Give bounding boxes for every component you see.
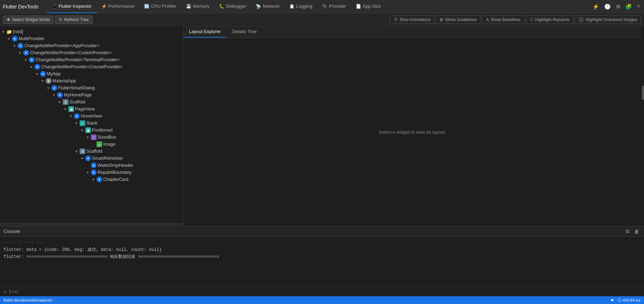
refresh-tree-button[interactable]: ↻ Refresh Tree: [55, 15, 92, 24]
nav-tab-flutter-inspector[interactable]: 📱Flutter Inspector: [47, 0, 97, 13]
status-right: ⓘ x64-64 ios: [611, 298, 640, 303]
expand-arrow[interactable]: ▼: [92, 178, 97, 182]
expand-arrow[interactable]: ▼: [1, 30, 6, 34]
history-icon-btn[interactable]: 🕐: [603, 2, 612, 11]
tree-indent: [1, 142, 92, 147]
top-bar-actions: ⚡ 🕐 ⚙ 🧩 ?: [591, 2, 641, 11]
tree-item[interactable]: ●WaterDropHeader: [0, 162, 183, 169]
tree-item[interactable]: ▼●FlutterSmartDialog: [0, 84, 183, 91]
guidelines-icon: ⊞: [440, 17, 443, 22]
tree-horizontal-scrollbar[interactable]: [0, 223, 183, 226]
tree-item[interactable]: ▼●MaterialApp: [0, 77, 183, 84]
nav-tab-memory[interactable]: 💾Memory: [181, 0, 215, 13]
toolbar: ✥ Select Widget Mode ↻ Refresh Tree ⏱ Sl…: [0, 13, 644, 26]
expand-arrow[interactable]: ▼: [75, 121, 80, 125]
tree-item[interactable]: ▼●MyHomePage: [0, 91, 183, 99]
tree-item[interactable]: ▼●MultiProvider: [0, 35, 183, 42]
tree-item[interactable]: ▼📁[root]: [0, 28, 183, 35]
tree-item[interactable]: ▼●ChangeNotifierProvider<TerminalProvide…: [0, 56, 183, 63]
status-link[interactable]: flutter.dev/devtools/inspector: [4, 298, 52, 302]
expand-arrow[interactable]: ▼: [80, 128, 85, 132]
tree-indent: [1, 100, 58, 104]
expand-arrow[interactable]: ▼: [41, 79, 46, 83]
tree-item[interactable]: ▼▦Positioned: [0, 127, 183, 134]
widget-label: ChangeNotifierProvider<AppProvider>: [24, 43, 99, 48]
widget-tree[interactable]: ▼📁[root] ▼●MultiProvider ▼●ChangeNotifie…: [0, 26, 183, 223]
expand-arrow[interactable]: ▼: [86, 171, 91, 175]
slow-animations-button[interactable]: ⏱ Slow Animations: [390, 15, 434, 24]
expand-arrow[interactable]: ▼: [75, 150, 80, 153]
empty-message: Select a widget to view its layout.: [379, 129, 446, 135]
expand-arrow[interactable]: ▼: [63, 107, 68, 111]
expand-arrow[interactable]: ▼: [58, 100, 63, 104]
tree-item[interactable]: ▼●ChangeNotifierProvider<AppProvider>: [0, 42, 183, 49]
nav-tab-debugger[interactable]: 🐛Debugger: [215, 0, 251, 13]
widget-icon: ●: [51, 85, 57, 91]
widget-label: Image: [103, 142, 116, 147]
console-eval-input[interactable]: [9, 289, 640, 294]
panel-tab-layout-explorer[interactable]: Layout Explorer: [183, 26, 227, 38]
performance-label: Performance: [108, 4, 134, 9]
right-scrollbar[interactable]: [641, 26, 644, 226]
lightning-icon-btn[interactable]: ⚡: [591, 2, 601, 11]
show-guidelines-button[interactable]: ⊞ Show Guidelines: [436, 15, 481, 24]
tree-item[interactable]: ▼●HomeView: [0, 113, 183, 120]
settings-icon-btn[interactable]: ⚙: [614, 2, 622, 11]
help-icon-btn[interactable]: ?: [636, 2, 641, 11]
expand-arrow[interactable]: ▼: [69, 114, 74, 118]
tree-item[interactable]: ▼☰Scaffold: [0, 148, 183, 155]
widget-icon: ●: [74, 113, 80, 119]
show-baselines-button[interactable]: A Show Baselines: [482, 15, 524, 24]
widget-icon: ●: [40, 71, 46, 77]
tree-indent: [1, 50, 18, 55]
expand-arrow[interactable]: ▼: [80, 157, 85, 160]
widget-icon: ●: [12, 36, 18, 42]
expand-arrow[interactable]: ▼: [35, 72, 40, 76]
tree-item[interactable]: ▼●ChapterCard: [0, 176, 183, 183]
widget-label: MyHomePage: [64, 93, 92, 97]
tree-item[interactable]: ▼●MyApp: [0, 70, 183, 77]
panel-tab-details-tree[interactable]: Details Tree: [227, 26, 262, 38]
widget-label: FlutterSmartDialog: [58, 86, 95, 90]
tree-indent: [1, 128, 80, 133]
widget-label: ChangeNotifierProvider<CodeAiProvider>: [30, 50, 112, 55]
tree-indent: [1, 135, 86, 140]
expand-arrow[interactable]: ▼: [86, 135, 91, 139]
highlight-repaints-button[interactable]: ⬡ Highlight Repaints: [526, 15, 573, 24]
console-line: flutter: data = {code: 200, msg: 成功, dat…: [4, 247, 640, 253]
clear-icon-btn[interactable]: 🗑: [633, 228, 640, 235]
tree-item[interactable]: ▼●SmartRefresher: [0, 155, 183, 162]
left-panel: ▼📁[root] ▼●MultiProvider ▼●ChangeNotifie…: [0, 26, 183, 226]
copy-icon-btn[interactable]: ⧉: [624, 228, 631, 235]
nav-tab-logging[interactable]: 📋Logging: [285, 0, 317, 13]
nav-tab-provider[interactable]: 🔌Provider: [317, 0, 351, 13]
widget-icon: ☰: [63, 99, 68, 105]
select-widget-mode-button[interactable]: ✥ Select Widget Mode: [3, 15, 54, 24]
expand-arrow[interactable]: ▼: [18, 51, 23, 55]
expand-arrow[interactable]: ▼: [47, 86, 51, 90]
expand-arrow[interactable]: ▼: [24, 58, 29, 62]
nav-tab-app-size[interactable]: 📄App Size: [351, 0, 386, 13]
oversized-icon: ⬛: [578, 17, 584, 22]
tree-item[interactable]: ▼●RepaintBoundary: [0, 169, 183, 176]
tree-item[interactable]: ▼▦PageView: [0, 106, 183, 113]
tree-item[interactable]: ▪Image: [0, 141, 183, 148]
nav-tab-performance[interactable]: ⚡Performance: [97, 0, 139, 13]
puzzle-icon-btn[interactable]: 🧩: [624, 2, 633, 11]
widget-label: ChangeNotifierProvider<TerminalProvider>: [36, 57, 119, 62]
expand-arrow[interactable]: ▼: [30, 65, 35, 69]
tree-item[interactable]: ▼□SizedBox: [0, 134, 183, 141]
expand-arrow[interactable]: ▼: [7, 37, 12, 41]
tree-item[interactable]: ▼●ChangeNotifierProvider<CourseProvider>: [0, 63, 183, 70]
tree-item[interactable]: ▼☰Scaffold: [0, 99, 183, 106]
status-info: ⓘ x64-64 ios: [618, 298, 640, 303]
tree-item[interactable]: ▼●ChangeNotifierProvider<CodeAiProvider>: [0, 49, 183, 56]
expand-arrow[interactable]: ▼: [52, 93, 57, 97]
nav-tab-cpu-profiler[interactable]: 🔄CPU Profiler: [140, 0, 181, 13]
tree-item[interactable]: ▼≡Stack: [0, 120, 183, 127]
expand-arrow[interactable]: ▼: [13, 44, 18, 48]
widget-icon: ●: [18, 43, 23, 49]
highlight-oversized-button[interactable]: ⬛ Highlight Oversized Images: [575, 15, 641, 24]
nav-tab-network[interactable]: 📡Network: [251, 0, 285, 13]
console-header: Console ⧉ 🗑: [0, 226, 644, 237]
